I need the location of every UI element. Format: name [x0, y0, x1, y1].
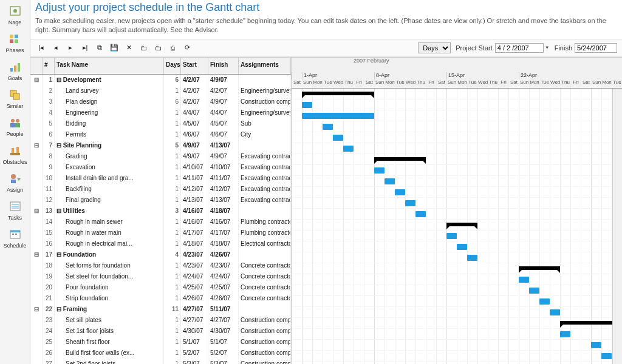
task-finish[interactable]: 4/9/07: [208, 96, 239, 107]
task-row[interactable]: 4Engineering14/4/074/4/07Engineering/sur…: [30, 107, 291, 118]
sidebar-item-nage[interactable]: Nage: [0, 2, 30, 30]
project-start-input[interactable]: [495, 43, 544, 53]
task-finish[interactable]: 4/26/07: [208, 293, 239, 304]
task-row[interactable]: 24Set 1st floor joists14/30/074/30/07Con…: [30, 326, 291, 337]
task-assign[interactable]: Concrete contractor: [239, 293, 291, 304]
task-start[interactable]: 4/16/07: [181, 217, 208, 228]
task-assign[interactable]: Excavating contractor: [239, 151, 291, 162]
task-finish[interactable]: 4/10/07: [208, 162, 239, 173]
task-assign[interactable]: Excavating contractor: [239, 184, 291, 195]
task-start[interactable]: 4/2/07: [181, 75, 208, 86]
task-start[interactable]: 4/4/07: [181, 107, 208, 118]
task-days[interactable]: 1: [164, 359, 181, 364]
task-start[interactable]: 4/26/07: [181, 293, 208, 304]
col-start[interactable]: Start: [181, 58, 208, 74]
sidebar-item-obstacles[interactable]: Obstacles: [0, 142, 30, 170]
task-finish[interactable]: 4/6/07: [208, 129, 239, 140]
task-start[interactable]: 4/11/07: [181, 173, 208, 184]
task-start[interactable]: 5/1/07: [181, 337, 208, 348]
task-start[interactable]: 4/23/07: [181, 260, 208, 271]
expand-icon[interactable]: ⊟: [30, 140, 43, 151]
task-finish[interactable]: 4/2/07: [208, 86, 239, 96]
task-days[interactable]: 11: [164, 304, 181, 315]
task-finish[interactable]: 4/9/07: [208, 151, 239, 162]
task-row[interactable]: 15Rough in water main14/17/074/17/07Plum…: [30, 228, 291, 238]
task-finish[interactable]: 4/23/07: [208, 260, 239, 271]
task-name[interactable]: ⊟ Framing: [55, 304, 164, 315]
gantt-task-bar[interactable]: [519, 277, 529, 283]
task-name[interactable]: Engineering: [55, 107, 164, 118]
sidebar-item-goals[interactable]: Goals: [0, 58, 30, 86]
task-row[interactable]: 18Set forms for foundation14/23/074/23/0…: [30, 260, 291, 271]
task-start[interactable]: 4/16/07: [181, 206, 208, 217]
task-start[interactable]: 4/5/07: [181, 118, 208, 129]
task-assign[interactable]: Engineering/surveyors: [239, 86, 291, 96]
print-icon[interactable]: ⎙: [166, 42, 179, 54]
task-assign[interactable]: Excavating contractor: [239, 173, 291, 184]
gantt-task-bar[interactable]: [302, 102, 312, 108]
task-row[interactable]: 25Sheath first floor15/1/075/1/07Constru…: [30, 337, 291, 348]
gantt-task-bar[interactable]: [601, 353, 612, 359]
task-finish[interactable]: 5/1/07: [208, 337, 239, 348]
task-name[interactable]: Set steel for foundation...: [55, 271, 164, 282]
task-name[interactable]: Grading: [55, 151, 164, 162]
sidebar-item-tasks[interactable]: Tasks: [0, 198, 30, 226]
gantt-task-bar[interactable]: [384, 178, 395, 184]
task-days[interactable]: 1: [164, 118, 181, 129]
gantt-chart[interactable]: 2007 February1-Apr8-Apr15-Apr22-AprSatSu…: [292, 58, 622, 364]
task-days[interactable]: 1: [164, 326, 181, 337]
task-start[interactable]: 4/2/07: [181, 96, 208, 107]
task-assign[interactable]: Excavating contractor: [239, 195, 291, 206]
gantt-task-bar[interactable]: [405, 200, 415, 206]
task-start[interactable]: 4/27/07: [181, 315, 208, 326]
task-name[interactable]: Pour foundation: [55, 282, 164, 293]
task-row[interactable]: ⊟13⊟ Utilities34/16/074/18/07: [30, 206, 291, 217]
task-start[interactable]: 4/18/07: [181, 238, 208, 249]
task-name[interactable]: Set sill plates: [55, 315, 164, 326]
task-finish[interactable]: 4/5/07: [208, 118, 239, 129]
gantt-task-bar[interactable]: [529, 288, 539, 294]
task-row[interactable]: 12Final grading14/13/074/13/07Excavating…: [30, 195, 291, 206]
task-days[interactable]: 1: [164, 271, 181, 282]
task-row[interactable]: 19Set steel for foundation...14/24/074/2…: [30, 271, 291, 282]
task-assign[interactable]: Plumbing contractor: [239, 228, 291, 238]
task-row[interactable]: 6Permits14/6/074/6/07City: [30, 129, 291, 140]
scrollbar-vertical[interactable]: [612, 58, 622, 364]
task-assign[interactable]: Plumbing contractor: [239, 217, 291, 228]
task-row[interactable]: 20Pour foundation14/25/074/25/07Concrete…: [30, 282, 291, 293]
nav-next-icon[interactable]: ▸: [64, 42, 77, 54]
gantt-task-bar[interactable]: [323, 124, 333, 130]
task-finish[interactable]: 4/17/07: [208, 228, 239, 238]
task-name[interactable]: Permits: [55, 129, 164, 140]
save-icon[interactable]: 💾: [108, 42, 120, 54]
task-name[interactable]: Set forms for foundation: [55, 260, 164, 271]
task-assign[interactable]: Construction company: [239, 359, 291, 364]
col-finish[interactable]: Finish: [208, 58, 239, 74]
gantt-task-bar[interactable]: [374, 167, 384, 174]
task-name[interactable]: Rough in electrical mai...: [55, 238, 164, 249]
task-days[interactable]: 5: [164, 140, 181, 151]
task-finish[interactable]: 5/2/07: [208, 348, 239, 359]
task-assign[interactable]: City: [239, 129, 291, 140]
gantt-summary-bar[interactable]: [519, 266, 560, 270]
task-days[interactable]: 1: [164, 162, 181, 173]
task-row[interactable]: 11Backfiling14/12/074/12/07Excavating co…: [30, 184, 291, 195]
task-name[interactable]: Sheath first floor: [55, 337, 164, 348]
task-start[interactable]: 4/25/07: [181, 282, 208, 293]
task-days[interactable]: 1: [164, 195, 181, 206]
task-finish[interactable]: 5/11/07: [208, 304, 239, 315]
gantt-task-bar[interactable]: [550, 309, 560, 315]
gantt-task-bar[interactable]: [333, 135, 343, 141]
gantt-task-bar[interactable]: [343, 146, 354, 152]
task-assign[interactable]: Concrete contractor: [239, 282, 291, 293]
gantt-summary-bar[interactable]: [302, 92, 374, 95]
task-name[interactable]: ⊟ Site Planning: [55, 140, 164, 151]
task-assign[interactable]: Construction company: [239, 348, 291, 359]
task-name[interactable]: Excavation: [55, 162, 164, 173]
task-start[interactable]: 5/3/07: [181, 359, 208, 364]
task-row[interactable]: 2Land survey14/2/074/2/07Engineering/sur…: [30, 86, 291, 96]
task-start[interactable]: 4/30/07: [181, 326, 208, 337]
task-assign[interactable]: [239, 206, 291, 217]
task-start[interactable]: 4/27/07: [181, 304, 208, 315]
task-finish[interactable]: 4/27/07: [208, 315, 239, 326]
